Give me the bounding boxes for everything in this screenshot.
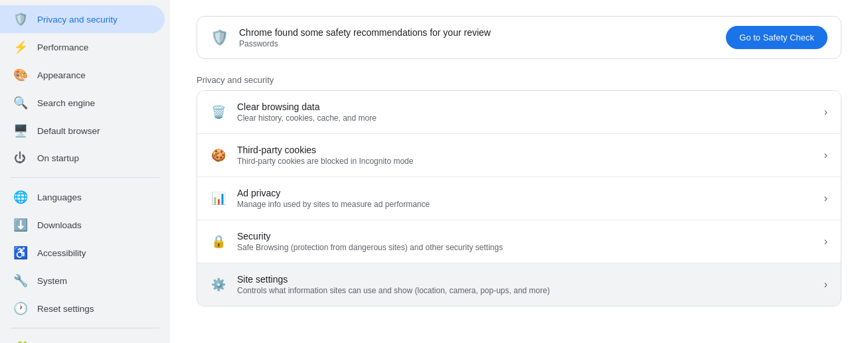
startup-icon: ⏻ xyxy=(13,151,27,165)
settings-item-security[interactable]: 🔒 Security Safe Browsing (protection fro… xyxy=(197,220,841,263)
sidebar-divider-2 xyxy=(11,328,159,328)
settings-item-site-settings[interactable]: ⚙️ Site settings Controls what informati… xyxy=(197,263,841,306)
ad-privacy-icon: 📊 xyxy=(211,191,226,206)
sidebar-item-privacy-security[interactable]: 🛡️ Privacy and security xyxy=(0,5,165,33)
chevron-right-icon: › xyxy=(824,106,827,118)
settings-item-clear-browsing-data[interactable]: 🗑️ Clear browsing data Clear history, co… xyxy=(197,91,841,134)
sidebar-item-label: Accessibility xyxy=(37,248,86,258)
languages-icon: 🌐 xyxy=(13,190,27,204)
reset-icon: 🕐 xyxy=(13,301,27,316)
settings-item-title: Ad privacy xyxy=(237,188,814,198)
cookies-icon: 🍪 xyxy=(211,148,226,163)
sidebar-item-default-browser[interactable]: 🖥️ Default browser xyxy=(0,117,165,145)
sidebar-item-label: Performance xyxy=(37,42,88,52)
sidebar-item-downloads[interactable]: ⬇️ Downloads xyxy=(0,211,165,239)
settings-list: 🗑️ Clear browsing data Clear history, co… xyxy=(197,90,841,307)
settings-item-title: Security xyxy=(237,231,814,241)
sidebar-item-appearance[interactable]: 🎨 Appearance xyxy=(0,61,165,89)
settings-item-text: Site settings Controls what information … xyxy=(237,274,814,295)
clear-data-icon: 🗑️ xyxy=(211,105,226,119)
settings-item-text: Ad privacy Manage info used by sites to … xyxy=(237,188,814,209)
settings-item-text: Third-party cookies Third-party cookies … xyxy=(237,145,814,166)
sidebar-item-label: System xyxy=(37,276,67,286)
shield-icon: 🛡️ xyxy=(13,12,27,27)
sidebar-item-accessibility[interactable]: ♿ Accessibility xyxy=(0,239,165,267)
main-content: 🛡️ Chrome found some safety recommendati… xyxy=(170,0,868,343)
appearance-icon: 🎨 xyxy=(13,68,27,82)
sidebar-item-search-engine[interactable]: 🔍 Search engine xyxy=(0,89,165,117)
sidebar-item-on-startup[interactable]: ⏻ On startup xyxy=(0,145,165,172)
sidebar-item-label: Downloads xyxy=(37,220,82,230)
sidebar-item-label: Default browser xyxy=(37,126,100,136)
settings-item-desc: Third-party cookies are blocked in Incog… xyxy=(237,157,814,166)
settings-item-title: Site settings xyxy=(237,274,814,285)
sidebar-item-extensions[interactable]: 🧩 Extensions ↗ xyxy=(0,334,165,343)
settings-item-desc: Clear history, cookies, cache, and more xyxy=(237,113,814,123)
sidebar-item-performance[interactable]: ⚡ Performance xyxy=(0,33,165,61)
banner-title: Chrome found some safety recommendations… xyxy=(239,27,715,38)
system-icon: 🔧 xyxy=(13,273,27,288)
banner-shield-icon: 🛡️ xyxy=(211,29,228,46)
downloads-icon: ⬇️ xyxy=(13,218,27,232)
settings-item-title: Third-party cookies xyxy=(237,145,814,155)
safety-banner: 🛡️ Chrome found some safety recommendati… xyxy=(197,16,841,59)
banner-text: Chrome found some safety recommendations… xyxy=(239,27,715,48)
settings-item-text: Clear browsing data Clear history, cooki… xyxy=(237,102,814,123)
sidebar-item-label: Appearance xyxy=(37,70,86,80)
chevron-right-icon: › xyxy=(824,192,827,204)
sidebar: 🛡️ Privacy and security ⚡ Performance 🎨 … xyxy=(0,0,170,343)
chevron-right-icon: › xyxy=(824,236,827,247)
search-icon: 🔍 xyxy=(13,96,27,110)
go-to-safety-check-button[interactable]: Go to Safety Check xyxy=(726,26,827,49)
sidebar-item-label: On startup xyxy=(37,153,79,163)
sidebar-divider xyxy=(11,177,159,178)
settings-item-third-party-cookies[interactable]: 🍪 Third-party cookies Third-party cookie… xyxy=(197,134,841,177)
chevron-right-icon: › xyxy=(824,149,827,161)
accessibility-icon: ♿ xyxy=(13,245,27,260)
sidebar-item-label: Privacy and security xyxy=(37,15,118,25)
sidebar-item-label: Search engine xyxy=(37,98,95,108)
settings-item-desc: Safe Browsing (protection from dangerous… xyxy=(237,243,814,252)
performance-icon: ⚡ xyxy=(13,40,27,54)
settings-item-desc: Manage info used by sites to measure ad … xyxy=(237,200,814,209)
chevron-right-icon: › xyxy=(824,279,827,291)
settings-item-ad-privacy[interactable]: 📊 Ad privacy Manage info used by sites t… xyxy=(197,177,841,220)
sidebar-item-system[interactable]: 🔧 System xyxy=(0,267,165,295)
sidebar-item-label: Reset settings xyxy=(37,304,94,314)
sidebar-item-reset-settings[interactable]: 🕐 Reset settings xyxy=(0,295,165,322)
extensions-icon: 🧩 xyxy=(13,340,27,343)
site-settings-icon: ⚙️ xyxy=(211,277,226,292)
banner-subtitle: Passwords xyxy=(239,39,715,48)
browser-icon: 🖥️ xyxy=(13,123,27,138)
sidebar-item-label: Languages xyxy=(37,192,82,202)
security-icon: 🔒 xyxy=(211,234,226,249)
settings-item-text: Security Safe Browsing (protection from … xyxy=(237,231,814,252)
section-title: Privacy and security xyxy=(197,75,841,85)
sidebar-item-languages[interactable]: 🌐 Languages xyxy=(0,183,165,211)
settings-item-desc: Controls what information sites can use … xyxy=(237,286,814,295)
settings-item-title: Clear browsing data xyxy=(237,102,814,112)
